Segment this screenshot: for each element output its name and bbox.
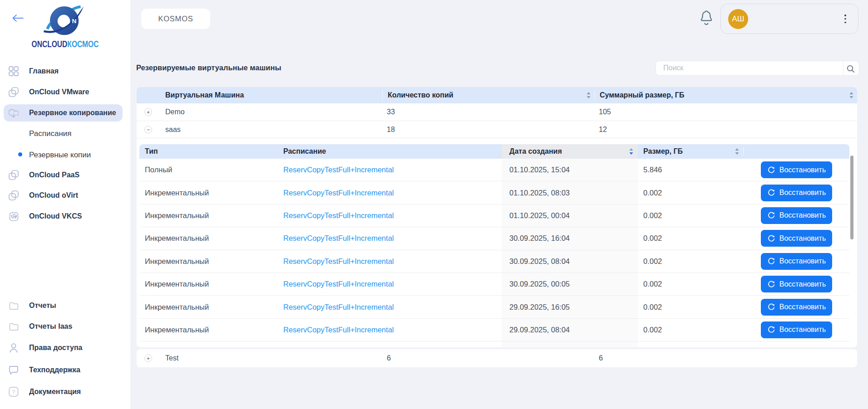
- svg-text:?: ?: [12, 389, 15, 395]
- svg-text:N: N: [72, 18, 77, 24]
